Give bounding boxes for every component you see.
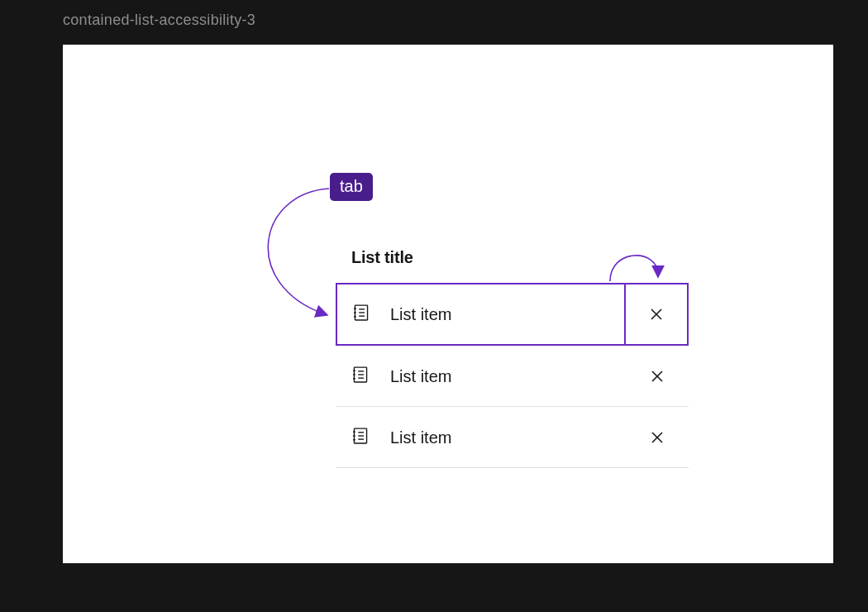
list-icon bbox=[351, 366, 370, 387]
list-item[interactable]: List item bbox=[336, 346, 689, 407]
list-icon bbox=[352, 304, 370, 325]
delete-button[interactable] bbox=[626, 407, 689, 467]
tab-key-badge: tab bbox=[330, 173, 373, 201]
list-icon bbox=[351, 427, 370, 448]
list-item-label: List item bbox=[390, 428, 451, 447]
delete-button[interactable] bbox=[626, 346, 689, 406]
close-icon bbox=[651, 370, 664, 383]
close-icon bbox=[650, 308, 663, 321]
list-item[interactable]: List item bbox=[336, 407, 689, 468]
arrow-item-to-action bbox=[610, 256, 658, 281]
close-icon bbox=[651, 431, 664, 444]
delete-button[interactable] bbox=[624, 284, 687, 344]
arrow-tab-to-list-item bbox=[268, 189, 329, 314]
list-item-label: List item bbox=[390, 305, 451, 324]
page-caption: contained-list-accessibility-3 bbox=[0, 0, 868, 29]
contained-list: List item List item bbox=[336, 283, 689, 468]
list-title: List title bbox=[351, 248, 413, 267]
diagram-canvas: tab List title List item bbox=[63, 45, 833, 563]
list-item-label: List item bbox=[390, 366, 451, 385]
list-item[interactable]: List item bbox=[336, 283, 689, 346]
